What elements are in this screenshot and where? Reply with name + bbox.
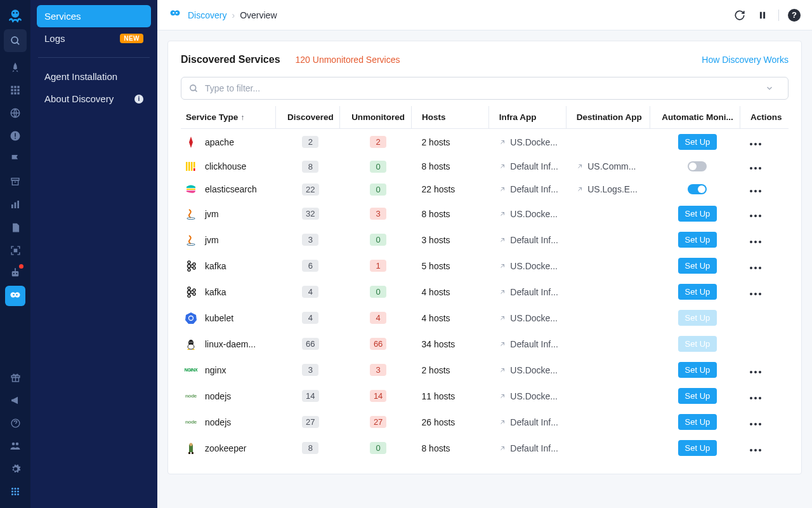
refresh-icon[interactable]	[733, 8, 747, 22]
col-discovered[interactable]: Discovered	[276, 106, 340, 129]
col-infra-app[interactable]: Infra App	[488, 106, 566, 129]
search-icon[interactable]	[4, 29, 27, 52]
col-actions[interactable]: Actions	[740, 106, 789, 129]
infra-app-link[interactable]: US.Docke...	[499, 313, 561, 323]
setup-button[interactable]: Set Up	[678, 284, 717, 300]
svg-point-32	[13, 294, 15, 296]
alert-icon[interactable]	[5, 126, 25, 146]
filter-input[interactable]	[205, 83, 765, 93]
row-actions-menu[interactable]	[750, 423, 761, 425]
row-actions-menu[interactable]	[750, 215, 761, 217]
infra-app-link[interactable]: Default Inf...	[499, 443, 561, 453]
infra-app-link[interactable]: US.Docke...	[499, 209, 561, 219]
discovered-count: 4	[302, 286, 318, 298]
col-hosts[interactable]: Hosts	[411, 106, 488, 129]
infra-app-link[interactable]: US.Docke...	[499, 391, 561, 401]
selection-icon[interactable]	[5, 240, 25, 260]
setup-button[interactable]: Set Up	[678, 388, 717, 404]
infra-app-link[interactable]: Default Inf...	[499, 417, 561, 427]
discovery-icon[interactable]	[5, 286, 25, 306]
infra-app-link[interactable]: Default Inf...	[499, 339, 561, 349]
flag-icon[interactable]	[5, 149, 25, 169]
col-unmonitored[interactable]: Unmonitored	[340, 106, 412, 129]
svg-rect-57	[186, 162, 188, 171]
row-actions-menu[interactable]	[750, 267, 761, 269]
service-cell[interactable]: elasticsearch	[185, 183, 271, 196]
service-cell[interactable]: NGINXnginx	[185, 364, 271, 377]
people-icon[interactable]	[5, 436, 25, 456]
grid-icon[interactable]	[5, 80, 25, 100]
infra-app-link[interactable]: Default Inf...	[499, 161, 561, 171]
service-cell[interactable]: nodenodejs	[185, 416, 271, 429]
service-cell[interactable]: kubelet	[185, 312, 271, 324]
breadcrumb-root[interactable]: Discovery	[188, 10, 226, 20]
help-button[interactable]: ?	[788, 9, 801, 22]
row-actions-menu[interactable]	[750, 397, 761, 399]
infra-app-link[interactable]: Default Inf...	[499, 235, 561, 245]
globe-icon[interactable]	[5, 103, 25, 123]
product-logo[interactable]	[5, 5, 25, 25]
megaphone-icon[interactable]	[5, 390, 25, 410]
service-cell[interactable]: nodenodejs	[185, 390, 271, 403]
setup-button[interactable]: Set Up	[678, 232, 717, 248]
app-grid-icon[interactable]	[5, 481, 25, 502]
icon-rail	[0, 0, 30, 508]
setup-button[interactable]: Set Up	[678, 134, 717, 150]
auto-monitoring-toggle[interactable]	[688, 184, 707, 194]
filter-box[interactable]	[181, 77, 789, 100]
panel-title: Discovered Services	[181, 54, 280, 65]
row-actions-menu[interactable]	[750, 167, 761, 170]
pause-icon[interactable]	[756, 8, 769, 22]
service-name: nginx	[205, 365, 226, 375]
col-auto-monitoring[interactable]: Automatic Moni...	[650, 106, 740, 129]
col-service-type[interactable]: Service Type↑	[181, 106, 276, 129]
nav-agent-installation[interactable]: Agent Installation	[37, 65, 151, 88]
gear-icon[interactable]	[5, 458, 25, 479]
service-cell[interactable]: kafka	[185, 286, 271, 298]
col-destination-app[interactable]: Destination App	[566, 106, 650, 129]
robot-icon[interactable]	[5, 263, 25, 283]
service-cell[interactable]: apache	[185, 136, 271, 149]
service-cell[interactable]: jvm	[185, 208, 271, 220]
setup-button[interactable]: Set Up	[678, 206, 717, 222]
nav-services[interactable]: Services	[37, 5, 151, 27]
service-cell[interactable]: clickhouse	[185, 160, 271, 173]
main: Discovery › Overview ? Discovered Servic…	[157, 0, 812, 508]
unmonitored-count-link[interactable]: 120 Unmonitored Services	[296, 55, 400, 65]
row-actions-menu[interactable]	[750, 371, 761, 373]
nav-logs[interactable]: Logs NEW	[37, 27, 151, 50]
help-icon[interactable]	[5, 413, 25, 433]
row-actions-menu[interactable]	[750, 190, 761, 192]
auto-monitoring-toggle[interactable]	[688, 161, 707, 171]
setup-button[interactable]: Set Up	[678, 440, 717, 456]
chevron-down-icon[interactable]	[765, 84, 774, 93]
infra-app-link[interactable]: US.Docke...	[499, 365, 561, 375]
archive-icon[interactable]	[5, 171, 25, 192]
chart-icon[interactable]	[5, 194, 25, 215]
infra-app-link[interactable]: US.Docke...	[499, 261, 561, 271]
setup-button[interactable]: Set Up	[678, 414, 717, 430]
service-cell[interactable]: zookeeper	[185, 442, 271, 455]
infra-app-link[interactable]: Default Inf...	[499, 184, 561, 194]
destination-app-link[interactable]: US.Comm...	[576, 161, 645, 171]
row-actions-menu[interactable]	[750, 293, 761, 295]
setup-button[interactable]: Set Up	[678, 258, 717, 274]
hosts-value: 3 hosts	[421, 235, 450, 245]
row-actions-menu[interactable]	[750, 241, 761, 243]
row-actions-menu[interactable]	[750, 449, 761, 451]
service-name: jvm	[205, 209, 219, 219]
gift-icon[interactable]	[5, 367, 25, 387]
service-cell[interactable]: kafka	[185, 260, 271, 272]
nav-about-discovery[interactable]: About Discovery i	[37, 88, 151, 110]
service-cell[interactable]: linux-daem...	[185, 338, 271, 351]
infra-app-link[interactable]: US.Docke...	[499, 137, 561, 147]
service-cell[interactable]: jvm	[185, 234, 271, 246]
infra-app-link[interactable]: Default Inf...	[499, 287, 561, 297]
row-actions-menu[interactable]	[750, 143, 761, 145]
how-discovery-works-link[interactable]: How Discovery Works	[702, 55, 789, 65]
destination-app-link[interactable]: US.Logs.E...	[576, 184, 645, 194]
file-icon[interactable]	[5, 217, 25, 237]
setup-button[interactable]: Set Up	[678, 362, 717, 378]
hosts-value: 34 hosts	[421, 339, 455, 349]
rocket-icon[interactable]	[5, 57, 25, 77]
